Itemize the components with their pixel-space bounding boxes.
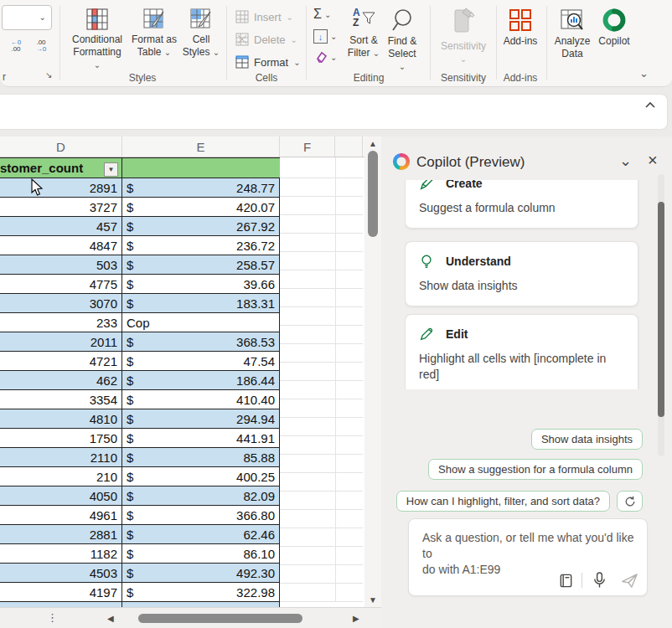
chip-show-data-insights[interactable]: Show data insights [531,429,643,450]
customer-count-cell[interactable]: 2891 [0,178,122,197]
table-row[interactable]: 4503$492.30 [0,564,280,583]
table-row[interactable]: 457$267.92 [0,217,280,236]
empty-cells-area[interactable] [280,157,363,602]
understand-card[interactable]: Understand Show data insights [405,241,638,306]
table-row[interactable]: 4961$366.80 [0,506,280,525]
autosum-button[interactable]: Σ ⌄ [313,7,331,22]
scroll-up-arrow-icon[interactable]: ▲ [369,140,377,148]
customer-count-cell[interactable]: 462 [0,371,122,389]
fill-button[interactable]: ↓ ⌄ [313,29,337,44]
average-order-value-cell[interactable]: $47.54 [122,352,280,370]
filter-dropdown-button[interactable]: ▼ [104,162,118,177]
customer-count-cell[interactable]: 4847 [0,236,122,255]
customer-count-cell[interactable]: 1750 [0,429,122,447]
average-order-value-cell[interactable]: $86.10 [122,544,280,563]
table-row[interactable]: 4050$82.09 [0,486,280,506]
customer-count-cell[interactable]: 1182 [0,544,122,563]
average-order-value-cell[interactable]: $410.40 [122,390,280,409]
customer-count-cell[interactable]: 233 [0,313,122,332]
conditional-formatting-button[interactable]: Conditional Formatting ⌄ [69,8,126,71]
vertical-scrollbar[interactable]: ▲ ▼ [364,136,381,607]
horizontal-scroll-thumb[interactable] [138,614,302,623]
table-row[interactable]: 2110$85.88 [0,448,280,467]
number-dialog-launcher-icon[interactable]: ↘ [45,70,52,80]
refresh-suggestions-button[interactable] [617,491,643,512]
customer-count-cell[interactable]: 4775 [0,275,122,293]
table-row[interactable]: 1182$86.10 [0,544,280,564]
table-row[interactable]: 3070$183.31 [0,294,280,313]
number-format-combo[interactable]: ⌄ [2,5,52,30]
customer-count-cell[interactable]: 3354 [0,390,122,409]
scroll-left-arrow-icon[interactable]: ◀ [107,615,114,623]
average-order-value-cell[interactable]: $441.91 [122,429,280,447]
average-order-value-cell[interactable]: $492.30 [122,564,280,582]
customer-count-cell[interactable]: 4050 [0,486,122,505]
pane-close-icon[interactable]: × [648,151,658,170]
customer-count-cell[interactable]: 503 [0,255,122,274]
chip-highlight-filter-sort[interactable]: How can I highlight, filter, and sort da… [396,491,610,512]
table-row[interactable]: 2011$368.53 [0,332,280,352]
table-row[interactable]: 503$258.57 [0,255,280,275]
copilot-button[interactable]: Copilot [595,8,633,48]
find-select-button[interactable]: Find & Select ⌄ [384,8,421,73]
table-header-customer-count[interactable]: stomer_count ▼ [0,158,122,178]
scroll-down-arrow-icon[interactable]: ▼ [369,596,377,605]
column-header-partial[interactable] [335,136,363,157]
prompt-guide-icon[interactable] [558,573,574,589]
format-button[interactable]: Format ⌄ [235,55,301,69]
customer-count-cell[interactable]: 3070 [0,294,122,312]
chip-formula-column-suggestion[interactable]: Show a suggestion for a formula column [428,459,643,480]
microphone-icon[interactable] [592,571,607,589]
average-order-value-cell[interactable]: $236.72 [122,236,280,255]
customer-count-cell[interactable]: 4503 [0,564,122,582]
decrease-decimal-button[interactable]: .00 →0 [32,39,50,53]
edit-card[interactable]: Edit Highlight all cells with [incomplet… [405,314,638,389]
column-header-d[interactable]: D [0,136,122,157]
average-order-value-cell[interactable]: $294.94 [122,409,280,428]
format-as-table-button[interactable]: Format as Table ⌄ [128,8,180,59]
customer-count-cell[interactable]: 457 [0,217,122,235]
pane-scrollbar[interactable] [658,174,664,456]
average-order-value-cell[interactable]: $366.80 [122,506,280,524]
customer-count-cell[interactable]: 4197 [0,583,122,601]
average-order-value-cell[interactable]: Cop [122,313,280,332]
table-row[interactable]: 4721$47.54 [0,352,280,371]
pane-scroll-thumb[interactable] [658,202,664,417]
copilot-input[interactable]: Ask a question, or tell me what you'd li… [408,518,648,596]
collapse-chevron-up-icon[interactable] [644,99,657,112]
customer-count-cell[interactable]: 2110 [0,448,122,466]
analyze-data-button[interactable]: Analyze Data [551,8,593,60]
average-order-value-cell[interactable]: $368.53 [122,332,280,351]
create-card[interactable]: Create Suggest a formula column [405,180,638,229]
average-order-value-cell[interactable]: $85.88 [122,448,280,466]
cell-styles-button[interactable]: Cell Styles ⌄ [181,8,221,59]
average-order-value-cell[interactable]: $82.09 [122,486,280,505]
average-order-value-cell[interactable]: $267.92 [122,217,280,235]
table-row[interactable]: 3354$410.40 [0,390,280,409]
table-row[interactable]: 1750$441.91 [0,429,280,448]
average-order-value-cell[interactable]: $183.31 [122,294,280,312]
average-order-value-cell[interactable]: $39.66 [122,275,280,293]
table-row[interactable]: 2881$62.46 [0,525,280,544]
column-header-e[interactable]: E [122,136,280,157]
table-row[interactable]: 233Cop [0,313,280,332]
increase-decimal-button[interactable]: ←0 .00 [7,39,25,53]
average-order-value-cell[interactable]: $322.98 [122,583,280,601]
table-row[interactable]: 4847$236.72 [0,236,280,255]
average-order-value-cell[interactable]: $420.07 [122,198,280,216]
send-icon[interactable] [621,573,638,589]
customer-count-cell[interactable]: 2011 [0,332,122,351]
customer-count-cell[interactable]: 210 [0,467,122,486]
average-order-value-cell[interactable]: $400.25 [122,467,280,486]
table-row[interactable]: 2891$248.77 [0,178,280,198]
sort-filter-button[interactable]: A Z Sort & Filter ⌄ [345,8,382,59]
table-row[interactable]: 3727$420.07 [0,198,280,217]
clear-button[interactable]: ⌄ [313,51,337,64]
table-row[interactable]: 4810$294.94 [0,409,280,429]
scroll-right-arrow-icon[interactable]: ▶ [353,615,359,623]
table-row[interactable]: 4775$39.66 [0,275,280,294]
customer-count-cell[interactable]: 4810 [0,409,122,428]
pane-collapse-chevron-icon[interactable]: ⌄ [619,152,632,170]
table-row[interactable]: 462$186.44 [0,371,280,390]
ribbon-overflow-chevron-icon[interactable]: ⌄ [639,67,649,80]
